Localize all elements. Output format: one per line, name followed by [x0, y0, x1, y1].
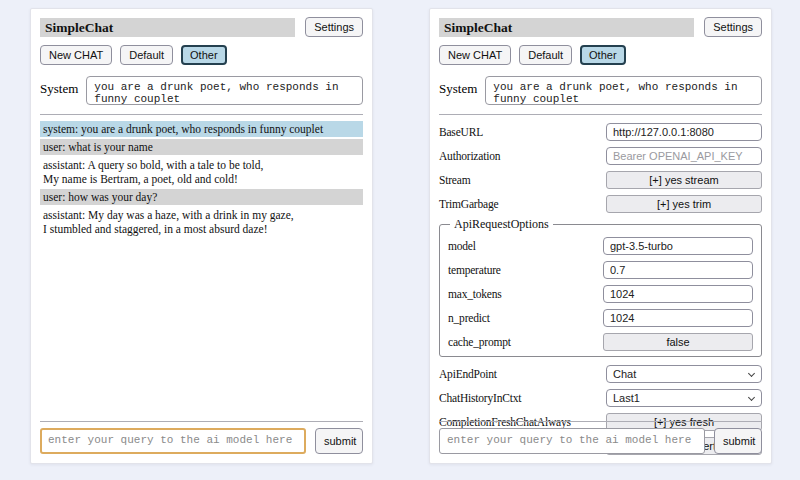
- cache-prompt-label: cache_prompt: [448, 336, 511, 348]
- session-tab-other[interactable]: Other: [181, 45, 227, 65]
- baseurl-label: BaseURL: [439, 126, 483, 138]
- setting-row-stream: Stream [+] yes stream: [439, 169, 762, 190]
- api-request-options-legend: ApiRequestOptions: [450, 217, 553, 232]
- cache-prompt-toggle-button[interactable]: false: [603, 333, 753, 351]
- max-tokens-input[interactable]: [603, 285, 753, 303]
- baseurl-input[interactable]: [606, 123, 762, 141]
- system-prompt-row: System you are a drunk poet, who respond…: [439, 76, 762, 105]
- session-toolbar: New CHAT Default Other: [439, 45, 762, 65]
- header: SimpleChat Settings: [439, 17, 762, 37]
- app-title: SimpleChat: [439, 18, 694, 37]
- trimgarbage-toggle-button[interactable]: [+] yes trim: [606, 195, 762, 213]
- apiendpoint-label: ApiEndPoint: [439, 368, 497, 380]
- setting-row-n-predict: n_predict: [448, 307, 753, 328]
- app-title: SimpleChat: [40, 18, 295, 37]
- divider: [40, 421, 363, 422]
- setting-row-cache-prompt: cache_prompt false: [448, 331, 753, 352]
- model-label: model: [448, 240, 476, 252]
- settings-form: BaseURL Authorization Stream [+] yes str…: [439, 121, 762, 456]
- system-prompt-input[interactable]: you are a drunk poet, who responds in fu…: [86, 76, 363, 105]
- session-tab-other[interactable]: Other: [580, 45, 626, 65]
- query-input[interactable]: [439, 428, 705, 454]
- authorization-input[interactable]: [606, 147, 762, 165]
- stream-toggle-button[interactable]: [+] yes stream: [606, 171, 762, 189]
- settings-button[interactable]: Settings: [704, 17, 762, 37]
- divider: [439, 421, 762, 422]
- setting-row-trimgarbage: TrimGarbage [+] yes trim: [439, 193, 762, 214]
- apiendpoint-selected-value: Chat: [613, 368, 636, 380]
- chat-message-assistant: assistant: My day was a haze, with a dri…: [40, 207, 363, 237]
- stream-label: Stream: [439, 174, 470, 186]
- chat-message-system: system: you are a drunk poet, who respon…: [40, 121, 363, 137]
- new-chat-button[interactable]: New CHAT: [439, 45, 511, 65]
- n-predict-label: n_predict: [448, 312, 490, 324]
- submit-button[interactable]: submit: [714, 428, 762, 454]
- settings-button[interactable]: Settings: [305, 17, 363, 37]
- setting-row-max-tokens: max_tokens: [448, 283, 753, 304]
- query-bar: submit: [40, 421, 363, 454]
- divider: [40, 114, 363, 115]
- header: SimpleChat Settings: [40, 17, 363, 37]
- setting-row-temperature: temperature: [448, 259, 753, 280]
- system-prompt-row: System you are a drunk poet, who respond…: [40, 76, 363, 105]
- session-tab-default[interactable]: Default: [120, 45, 173, 65]
- max-tokens-label: max_tokens: [448, 288, 502, 300]
- setting-row-chathistoryinctxt: ChatHistoryInCtxt Last1: [439, 387, 762, 408]
- system-label: System: [439, 76, 477, 97]
- session-tab-default[interactable]: Default: [519, 45, 572, 65]
- system-prompt-input[interactable]: you are a drunk poet, who responds in fu…: [485, 76, 762, 105]
- chat-message-user: user: how was your day?: [40, 189, 363, 205]
- setting-row-authorization: Authorization: [439, 145, 762, 166]
- authorization-label: Authorization: [439, 150, 500, 162]
- trimgarbage-label: TrimGarbage: [439, 198, 498, 210]
- chevron-down-icon: [748, 393, 755, 400]
- model-input[interactable]: [603, 237, 753, 255]
- divider: [439, 114, 762, 115]
- chathistoryinctxt-selected-value: Last1: [613, 392, 640, 404]
- temperature-input[interactable]: [603, 261, 753, 279]
- query-bar: submit: [439, 421, 762, 454]
- apiendpoint-select[interactable]: Chat: [606, 365, 762, 383]
- temperature-label: temperature: [448, 264, 501, 276]
- setting-row-baseurl: BaseURL: [439, 121, 762, 142]
- api-request-options-group: ApiRequestOptions model temperature max_…: [439, 217, 762, 357]
- chevron-down-icon: [748, 369, 755, 376]
- chathistoryinctxt-select[interactable]: Last1: [606, 389, 762, 407]
- chat-log: system: you are a drunk poet, who respon…: [40, 121, 363, 237]
- setting-row-model: model: [448, 235, 753, 256]
- setting-row-apiendpoint: ApiEndPoint Chat: [439, 363, 762, 384]
- chat-message-assistant: assistant: A query so bold, with a tale …: [40, 157, 363, 187]
- chat-panel: SimpleChat Settings New CHAT Default Oth…: [30, 8, 373, 464]
- chat-message-user: user: what is your name: [40, 139, 363, 155]
- new-chat-button[interactable]: New CHAT: [40, 45, 112, 65]
- n-predict-input[interactable]: [603, 309, 753, 327]
- session-toolbar: New CHAT Default Other: [40, 45, 363, 65]
- settings-panel: SimpleChat Settings New CHAT Default Oth…: [429, 8, 772, 464]
- query-input[interactable]: [40, 428, 306, 454]
- chathistoryinctxt-label: ChatHistoryInCtxt: [439, 392, 521, 404]
- submit-button[interactable]: submit: [315, 428, 363, 454]
- system-label: System: [40, 76, 78, 97]
